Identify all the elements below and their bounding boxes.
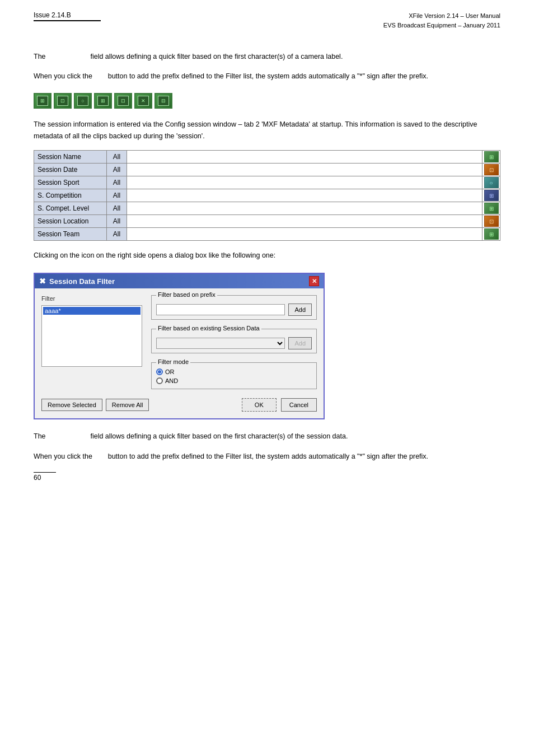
session-row-icon[interactable]: ⊞ [483, 151, 500, 164]
prefix-input[interactable] [156, 304, 285, 315]
radio-or-label: OR [165, 368, 175, 375]
dialog-titlebar-left: ✖ Session Data Filter [39, 277, 115, 286]
p2-text-a: When you click the [34, 72, 92, 80]
paragraph-3: The session information is entered via t… [34, 119, 500, 143]
dialog-overlay: ✖ Session Data Filter ✕ Filter aaaa* [34, 273, 500, 419]
p5-text-a: The [34, 432, 46, 440]
manual-title: XFile Version 2.14 – User Manual [383, 11, 500, 21]
table-row: S. Competition All ⊞ [34, 189, 500, 202]
toolbar-icons: ⊞ ⊡ ○ ⊞ ⊡ ✕ ⊟ [34, 93, 500, 109]
icon-1[interactable]: ⊞ [34, 93, 51, 109]
session-row-label: S. Compet. Level [34, 202, 107, 215]
icon-6[interactable]: ✕ [134, 93, 152, 109]
remove-selected-button[interactable]: Remove Selected [41, 399, 102, 411]
session-row-icon[interactable]: ○ [483, 176, 500, 189]
icon-2-inner: ⊡ [57, 96, 68, 106]
session-row-bar [127, 228, 483, 241]
session-row-bar [127, 215, 483, 228]
dialog-right-panel: Filter based on prefix Add Filter based … [151, 295, 317, 389]
filter-label: Filter [41, 295, 142, 302]
issue-label: Issue 2.14.B [34, 11, 101, 21]
icon-3[interactable]: ○ [74, 93, 92, 109]
session-row-icon[interactable]: ⊞ [483, 189, 500, 202]
paragraph-4: Clicking on the icon on the right side o… [34, 250, 500, 262]
dialog-titlebar: ✖ Session Data Filter ✕ [35, 274, 324, 288]
session-row-icon[interactable]: ⊡ [483, 215, 500, 228]
paragraph-6: When you click the button to add the pre… [34, 451, 500, 463]
existing-add-button[interactable]: Add [288, 337, 312, 349]
icon-6-inner: ✕ [138, 96, 149, 106]
prefix-group-title: Filter based on prefix [156, 291, 217, 298]
existing-select[interactable] [156, 338, 285, 349]
dialog-close-button[interactable]: ✕ [309, 276, 319, 286]
p6-text-b: button to add the prefix defined to the … [108, 452, 428, 460]
icon-5-inner: ⊡ [118, 96, 129, 106]
p1-text-b: field allows defining a quick filter bas… [90, 53, 343, 60]
icon-4-inner: ⊞ [97, 96, 109, 106]
header-right: XFile Version 2.14 – User Manual EVS Bro… [383, 11, 500, 30]
table-row: Session Team All ⊞ [34, 228, 500, 241]
ok-button[interactable]: OK [242, 398, 277, 412]
existing-group-title: Filter based on existing Session Data [156, 325, 261, 332]
session-row-all[interactable]: All [107, 164, 127, 176]
p4-text: Clicking on the icon on the right side o… [34, 251, 275, 259]
session-row-label: Session Team [34, 228, 107, 241]
radio-and-empty[interactable] [156, 377, 163, 384]
session-row-all[interactable]: All [107, 151, 127, 164]
session-row-label: Session Date [34, 164, 107, 176]
p1-text-a: The [34, 53, 46, 60]
session-row-bar [127, 189, 483, 202]
manual-subtitle: EVS Broadcast Equipment – January 2011 [383, 21, 500, 30]
session-row-icon[interactable]: ⊞ [483, 228, 500, 241]
table-row: S. Compet. Level All ⊞ [34, 202, 500, 215]
p5-text-b: field allows defining a quick filter bas… [90, 432, 348, 440]
icon-4[interactable]: ⊞ [94, 93, 112, 109]
table-row: Session Location All ⊡ [34, 215, 500, 228]
session-row-icon[interactable]: ⊞ [483, 202, 500, 215]
session-row-label: Session Sport [34, 176, 107, 189]
p2-text-b: button to add the prefix defined to the … [108, 72, 428, 80]
dialog-buttons-row: Remove Selected Remove All OK Cancel [35, 396, 324, 418]
page-number: 60 [34, 472, 56, 482]
session-row-label: S. Competition [34, 189, 107, 202]
radio-and-row[interactable]: AND [156, 377, 312, 384]
icon-5[interactable]: ⊡ [114, 93, 132, 109]
session-row-label: Session Name [34, 151, 107, 164]
existing-filter-group: Filter based on existing Session Data Ad… [151, 329, 317, 353]
radio-or-selected[interactable] [156, 368, 163, 375]
prefix-add-button[interactable]: Add [288, 304, 312, 316]
icon-2[interactable]: ⊡ [54, 93, 72, 109]
session-row-bar [127, 202, 483, 215]
dialog-title-icon: ✖ [39, 277, 46, 286]
session-row-icon[interactable]: ⊡ [483, 164, 500, 176]
session-row-all[interactable]: All [107, 215, 127, 228]
paragraph-1: The field allows defining a quick filter… [34, 51, 500, 63]
icon-7[interactable]: ⊟ [154, 93, 172, 109]
paragraph-2: When you click the button to add the pre… [34, 71, 500, 82]
filter-listbox[interactable]: aaaa* [41, 305, 142, 367]
cancel-button[interactable]: Cancel [281, 398, 317, 412]
dialog-left-panel: Filter aaaa* [41, 295, 142, 389]
session-row-all[interactable]: All [107, 176, 127, 189]
main-content: The field allows defining a quick filter… [34, 51, 500, 463]
radio-and-label: AND [165, 377, 178, 384]
radio-or-row[interactable]: OR [156, 368, 312, 375]
icon-3-inner: ○ [77, 96, 88, 106]
filter-mode-title: Filter mode [156, 358, 190, 365]
session-row-all[interactable]: All [107, 202, 127, 215]
radio-or-dot [158, 370, 161, 374]
session-table: Session Name All ⊞ Session Date All ⊡ Se… [34, 150, 500, 241]
session-row-all[interactable]: All [107, 228, 127, 241]
paragraph-5: The field allows defining a quick filter… [34, 431, 500, 442]
session-row-bar [127, 151, 483, 164]
remove-all-button[interactable]: Remove All [106, 399, 149, 411]
session-row-label: Session Location [34, 215, 107, 228]
session-row-bar [127, 164, 483, 176]
page: Issue 2.14.B XFile Version 2.14 – User M… [0, 0, 534, 493]
dialog-title: Session Data Filter [49, 277, 115, 286]
table-row: Session Sport All ○ [34, 176, 500, 189]
dialog-left-buttons: Remove Selected Remove All [41, 399, 149, 411]
filter-list-item[interactable]: aaaa* [43, 307, 140, 315]
p3-text: The session information is entered via t… [34, 120, 477, 140]
session-row-all[interactable]: All [107, 189, 127, 202]
